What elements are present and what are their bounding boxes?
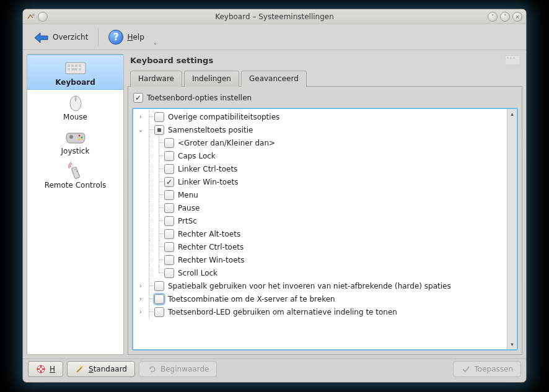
tree-row-child[interactable]: Pause	[133, 201, 507, 214]
expander-icon[interactable]: ⌄	[137, 126, 144, 133]
sidebar-item-label: Remote Controls	[45, 181, 107, 189]
apply-button: Toepassen	[453, 361, 521, 377]
tab-layouts[interactable]: Indelingen	[184, 71, 239, 87]
sidebar-item-mouse[interactable]: Mouse	[27, 90, 123, 124]
footer: H Standaard Beginwaarde Toepassen	[23, 359, 526, 378]
svg-point-11	[74, 97, 76, 101]
expander-icon[interactable]: ›	[137, 113, 144, 120]
tree-row-child[interactable]: PrtSc	[133, 214, 507, 227]
tree-body[interactable]: › Overige compatibiliteitsopties ⌄ Samen…	[133, 109, 507, 349]
svg-point-15	[78, 139, 80, 141]
tree-checkbox[interactable]	[164, 164, 174, 174]
tree-row-compose[interactable]: ⌄ Samensteltoets positie	[133, 123, 507, 136]
tree-checkbox[interactable]	[164, 268, 174, 278]
tree-label: Samensteltoets positie	[168, 126, 253, 134]
close-button[interactable]: ×	[512, 12, 522, 22]
help-label: Help	[127, 33, 144, 41]
svg-rect-8	[79, 68, 81, 71]
sidebar-item-joystick[interactable]: Joystick	[27, 124, 123, 158]
tree-row-led[interactable]: › Toetsenbord-LED gebruiken om alternati…	[133, 305, 507, 318]
tree-row-child[interactable]: Rechter Alt-toets	[133, 227, 507, 240]
keyboard-mini-icon	[505, 55, 520, 65]
tree-label: Spatiebalk gebruiken voor het invoeren v…	[168, 282, 451, 290]
svg-point-13	[78, 135, 80, 137]
joystick-icon	[65, 129, 86, 145]
options-tree: › Overige compatibiliteitsopties ⌄ Samen…	[132, 108, 518, 351]
scroll-up-icon[interactable]: ▴	[509, 110, 516, 118]
tree-label: Linker Win-toets	[178, 178, 239, 186]
tree-row-child[interactable]: Caps Lock	[133, 149, 507, 162]
expander-icon[interactable]: ›	[137, 295, 144, 302]
tree-checkbox[interactable]	[154, 125, 164, 135]
tree-label: Caps Lock	[178, 152, 216, 160]
wand-icon	[75, 364, 85, 374]
toolbar: Overzicht ? Help ⌄	[23, 24, 526, 50]
tab-advanced[interactable]: Geavanceerd	[241, 71, 307, 87]
minimize-button[interactable]: ˅	[488, 12, 498, 22]
help-button[interactable]: ? Help	[103, 27, 149, 47]
tree-checkbox[interactable]	[164, 229, 174, 239]
app-menu-icon[interactable]	[27, 12, 35, 21]
tree-label: Pause	[178, 204, 200, 212]
tree-checkbox[interactable]	[154, 294, 164, 304]
tree-checkbox[interactable]	[164, 216, 174, 226]
tree-label: PrtSc	[178, 217, 197, 225]
tree-label: Rechter Ctrl-toets	[178, 243, 244, 251]
tree-checkbox[interactable]	[164, 177, 174, 187]
sticky-button[interactable]	[38, 12, 48, 22]
configure-options-row: Toetsenbord-opties instellen	[132, 90, 518, 108]
toolbar-dropdown-icon[interactable]: ⌄	[153, 40, 158, 46]
expander-icon[interactable]: ›	[137, 308, 144, 315]
svg-rect-21	[510, 57, 512, 59]
configure-options-label: Toetsenbord-opties instellen	[147, 94, 252, 102]
tree-row-child[interactable]: Rechter Ctrl-toets	[133, 240, 507, 253]
defaults-label: Standaard	[89, 365, 127, 373]
configure-options-checkbox[interactable]	[133, 93, 143, 103]
svg-point-12	[69, 135, 73, 139]
scrollbar[interactable]: ▴ ▾	[507, 109, 517, 349]
tree-checkbox[interactable]	[164, 255, 174, 265]
tree-checkbox[interactable]	[164, 242, 174, 252]
tree-row-child[interactable]: Linker Win-toets	[133, 175, 507, 188]
tree-checkbox[interactable]	[164, 190, 174, 200]
defaults-button[interactable]: Standaard	[67, 361, 135, 377]
window-title: Keyboard – Systeeminstellingen	[23, 12, 526, 21]
overview-button[interactable]: Overzicht	[28, 28, 93, 46]
tree-row-child[interactable]: Linker Ctrl-toets	[133, 162, 507, 175]
tree-row-child[interactable]: Menu	[133, 188, 507, 201]
titlebar[interactable]: Keyboard – Systeeminstellingen ˅ ˄ ×	[23, 9, 526, 24]
tree-checkbox[interactable]	[154, 112, 164, 122]
tree-row-child[interactable]: Scroll Lock	[133, 266, 507, 279]
tree-row-child[interactable]: <Groter dan/Kleiner dan>	[133, 136, 507, 149]
tree-checkbox[interactable]	[154, 307, 164, 317]
tree-row-spacebar[interactable]: › Spatiebalk gebruiken voor het invoeren…	[133, 279, 507, 292]
tree-checkbox[interactable]	[164, 138, 174, 148]
tree-checkbox[interactable]	[164, 203, 174, 213]
undo-icon	[147, 364, 157, 374]
svg-rect-4	[75, 64, 77, 67]
overview-label: Overzicht	[53, 33, 88, 41]
content-panel: Keyboard settings Hardware Indelingen Ge…	[128, 54, 522, 355]
sidebar-item-remote[interactable]: Remote Controls	[27, 158, 123, 192]
svg-rect-22	[513, 57, 515, 59]
help-button[interactable]: H	[28, 361, 63, 377]
body-area: Keyboard Mouse Joystick Remote Controls	[23, 50, 526, 359]
maximize-button[interactable]: ˄	[500, 12, 510, 22]
help-icon: ?	[108, 30, 123, 45]
tab-panel-advanced: Toetsenbord-opties instellen › Overige c…	[128, 87, 522, 355]
tree-row-xserver[interactable]: › Toetscombinatie om de X-server af te b…	[133, 292, 507, 305]
svg-point-14	[81, 137, 82, 139]
svg-rect-3	[71, 64, 74, 67]
tree-checkbox[interactable]	[164, 151, 174, 161]
check-icon	[461, 364, 471, 374]
scroll-down-icon[interactable]: ▾	[509, 341, 516, 348]
tree-row-child[interactable]: Rechter Win-toets	[133, 253, 507, 266]
tab-hardware[interactable]: Hardware	[130, 71, 182, 87]
tree-label: Menu	[178, 191, 198, 199]
expander-icon[interactable]: ›	[137, 282, 144, 289]
tree-row-compat[interactable]: › Overige compatibiliteitsopties	[133, 110, 507, 123]
sidebar-item-label: Joystick	[61, 147, 90, 155]
sidebar-item-keyboard[interactable]: Keyboard	[27, 54, 123, 90]
tree-checkbox[interactable]	[154, 281, 164, 291]
keyboard-icon	[65, 60, 86, 76]
